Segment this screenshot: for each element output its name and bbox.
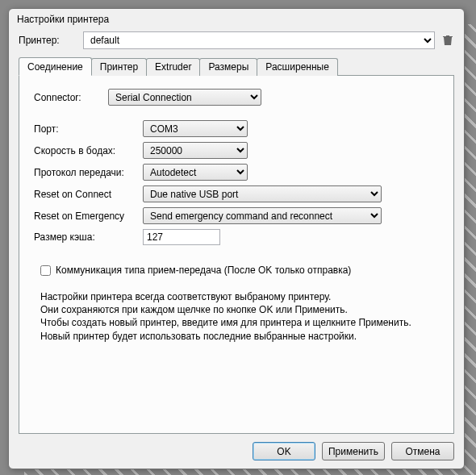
tab-panel-connection: Connector: Serial Connection Порт: COM3 … bbox=[19, 75, 454, 434]
apply-button[interactable]: Применить bbox=[322, 442, 385, 460]
baud-select[interactable]: 250000 bbox=[143, 142, 248, 159]
pingpong-checkbox[interactable] bbox=[40, 265, 51, 276]
connector-label: Connector: bbox=[34, 92, 108, 103]
printer-row: Принтер: default bbox=[19, 31, 454, 49]
dialog-buttons: OK Применить Отмена bbox=[19, 434, 454, 460]
tab-extruder[interactable]: Extruder bbox=[146, 58, 200, 76]
reset-emergency-select[interactable]: Send emergency command and reconnect bbox=[143, 207, 382, 224]
tab-strip: Соединение Принтер Extruder Размеры Расш… bbox=[19, 57, 454, 75]
tab-printer[interactable]: Принтер bbox=[91, 58, 147, 76]
trash-icon[interactable] bbox=[441, 34, 454, 47]
baud-label: Скорость в бодах: bbox=[34, 145, 143, 156]
connector-select[interactable]: Serial Connection bbox=[108, 89, 261, 106]
row-reset-emergency: Reset on Emergency Send emergency comman… bbox=[34, 207, 439, 224]
port-label: Порт: bbox=[34, 123, 143, 135]
protocol-select[interactable]: Autodetect bbox=[143, 164, 248, 181]
reset-connect-label: Reset on Connect bbox=[34, 189, 143, 200]
row-cache: Размер кэша: bbox=[34, 229, 439, 245]
port-select[interactable]: COM3 bbox=[143, 120, 248, 137]
row-protocol: Протокол передачи: Autodetect bbox=[34, 164, 439, 181]
help-line-2: Они сохраняются при каждом щелчке по кно… bbox=[40, 303, 439, 316]
row-reset-connect: Reset on Connect Due native USB port bbox=[34, 185, 439, 202]
dialog-title: Настройки принтера bbox=[9, 9, 464, 28]
printer-label: Принтер: bbox=[19, 35, 77, 46]
ok-button[interactable]: OK bbox=[253, 442, 315, 460]
help-line-4: Новый принтер будет использовать последн… bbox=[40, 330, 439, 343]
reset-connect-select[interactable]: Due native USB port bbox=[143, 185, 382, 202]
reset-emergency-label: Reset on Emergency bbox=[34, 210, 143, 222]
row-baud: Скорость в бодах: 250000 bbox=[34, 142, 439, 159]
printer-select[interactable]: default bbox=[83, 31, 435, 49]
row-connector: Connector: Serial Connection bbox=[34, 89, 439, 106]
cancel-button[interactable]: Отмена bbox=[391, 442, 454, 460]
tab-connection[interactable]: Соединение bbox=[19, 57, 92, 76]
help-line-3: Чтобы создать новый принтер, введите имя… bbox=[40, 316, 439, 329]
protocol-label: Протокол передачи: bbox=[34, 167, 143, 178]
pingpong-label: Коммуникация типа прием-передача (После … bbox=[56, 265, 351, 276]
row-port: Порт: COM3 bbox=[34, 120, 439, 137]
tab-advanced[interactable]: Расширенные bbox=[257, 58, 338, 76]
cache-label: Размер кэша: bbox=[34, 231, 143, 243]
help-line-1: Настройки принтера всегда соответствуют … bbox=[40, 290, 439, 303]
tab-dimensions[interactable]: Размеры bbox=[199, 58, 257, 76]
row-pingpong: Коммуникация типа прием-передача (После … bbox=[40, 265, 439, 276]
printer-settings-dialog: Настройки принтера Принтер: default Соед… bbox=[8, 8, 465, 469]
help-text: Настройки принтера всегда соответствуют … bbox=[40, 290, 439, 343]
cache-input[interactable] bbox=[143, 229, 220, 245]
dialog-content: Принтер: default Соединение Принтер Extr… bbox=[9, 28, 464, 469]
